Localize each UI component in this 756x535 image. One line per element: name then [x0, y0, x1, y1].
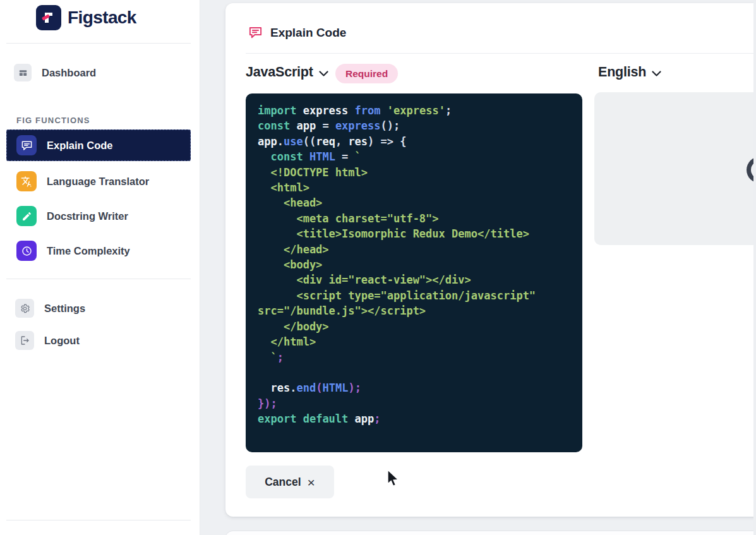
required-badge: Required: [335, 64, 398, 83]
output-language-select-value: English: [598, 64, 646, 80]
scrollbar-track[interactable]: [753, 0, 756, 535]
header-divider: [246, 53, 756, 54]
code-editor[interactable]: import express from 'express';const app …: [246, 93, 582, 452]
output-language-select[interactable]: English: [598, 64, 661, 80]
sidebar-divider-middle: [6, 279, 191, 279]
sidebar-item-logout[interactable]: Logout: [0, 331, 200, 350]
language-select[interactable]: JavaScript: [246, 64, 328, 80]
language-select-value: JavaScript: [246, 64, 313, 80]
logo[interactable]: Figstack: [36, 5, 136, 30]
sidebar: Figstack Dashboard FIG FUNCTIONS Explain…: [0, 0, 200, 535]
sidebar-divider-bottom: [6, 520, 191, 520]
clock-icon: [16, 241, 37, 261]
sidebar-item-settings[interactable]: Settings: [0, 299, 200, 318]
sidebar-item-time-complexity[interactable]: Time Complexity: [0, 241, 200, 261]
sidebar-divider-top: [6, 43, 191, 44]
figstack-logo-icon: [36, 5, 61, 30]
chevron-down-icon: [652, 71, 661, 76]
next-card-edge: [225, 531, 756, 535]
sidebar-item-label: Dashboard: [42, 67, 96, 79]
sidebar-item-explain-code[interactable]: Explain Code: [6, 129, 191, 161]
close-icon: ×: [308, 476, 315, 489]
sidebar-item-language-translator[interactable]: Language Translator: [0, 171, 200, 191]
sidebar-item-label: Language Translator: [47, 176, 149, 188]
translate-icon: [16, 171, 37, 191]
logout-icon: [15, 331, 34, 350]
sidebar-section-label: FIG FUNCTIONS: [16, 116, 90, 125]
cancel-button-label: Cancel: [265, 476, 301, 489]
sidebar-item-label: Settings: [44, 303, 85, 315]
output-panel: [594, 92, 756, 245]
sidebar-item-dashboard[interactable]: Dashboard: [0, 64, 200, 81]
sidebar-item-docstring-writer[interactable]: Docstring Writer: [0, 206, 200, 226]
pencil-icon: [16, 206, 37, 226]
code-editor-content[interactable]: import express from 'express';const app …: [246, 93, 582, 436]
mouse-cursor: [387, 469, 400, 488]
chevron-down-icon: [319, 71, 328, 76]
sidebar-item-label: Logout: [44, 335, 80, 347]
dashboard-icon: [14, 64, 32, 81]
page-title: Explain Code: [270, 26, 346, 40]
sidebar-item-label: Time Complexity: [47, 245, 130, 257]
gear-icon: [15, 299, 34, 318]
sidebar-item-label: Docstring Writer: [47, 210, 128, 222]
cancel-button[interactable]: Cancel ×: [246, 466, 334, 498]
sidebar-item-label: Explain Code: [47, 140, 113, 152]
chat-icon: [16, 135, 37, 155]
app-wordmark: Figstack: [68, 8, 136, 28]
card-header: Explain Code: [248, 25, 346, 40]
chat-icon: [248, 25, 263, 40]
